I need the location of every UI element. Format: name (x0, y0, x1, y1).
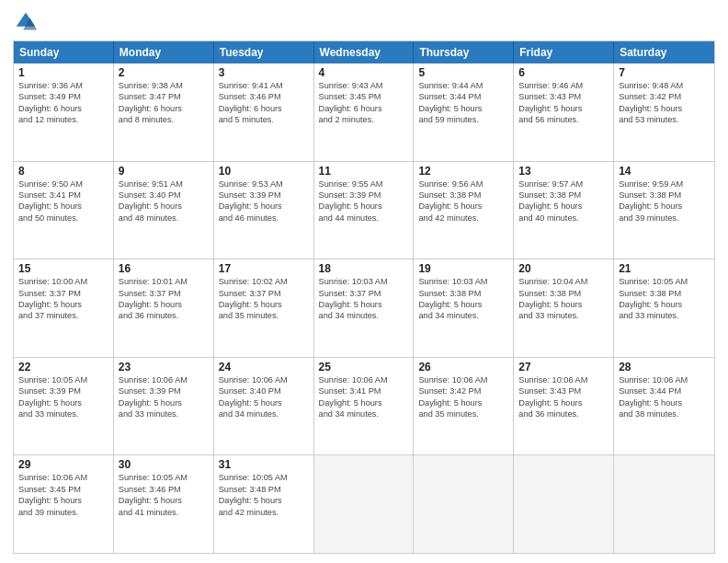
day-number: 26 (418, 361, 508, 373)
cal-header-saturday: Saturday (614, 41, 714, 63)
cal-cell (514, 455, 614, 553)
day-number: 13 (518, 165, 609, 178)
day-number: 29 (18, 458, 108, 471)
day-info: Sunrise: 10:05 AMSunset: 3:39 PMDaylight… (18, 374, 108, 420)
cal-cell: 23Sunrise: 10:06 AMSunset: 3:39 PMDaylig… (114, 358, 214, 455)
day-number: 11 (319, 165, 409, 178)
day-info: Sunrise: 9:38 AMSunset: 3:47 PMDaylight:… (119, 80, 209, 126)
day-number: 24 (219, 361, 309, 373)
cal-week-4: 22Sunrise: 10:05 AMSunset: 3:39 PMDaylig… (14, 357, 714, 455)
day-info: Sunrise: 10:06 AMSunset: 3:42 PMDaylight… (418, 374, 508, 420)
cal-header-friday: Friday (514, 41, 614, 63)
day-number: 19 (418, 262, 508, 275)
cal-cell: 18Sunrise: 10:03 AMSunset: 3:37 PMDaylig… (314, 259, 415, 357)
cal-header-monday: Monday (114, 41, 214, 63)
day-number: 23 (119, 361, 209, 373)
day-info: Sunrise: 9:55 AMSunset: 3:39 PMDaylight:… (319, 178, 409, 224)
cal-cell: 11Sunrise: 9:55 AMSunset: 3:39 PMDayligh… (314, 162, 415, 259)
cal-header-wednesday: Wednesday (314, 41, 415, 63)
day-number: 15 (18, 262, 108, 275)
cal-cell: 24Sunrise: 10:06 AMSunset: 3:40 PMDaylig… (214, 358, 314, 455)
cal-cell: 8Sunrise: 9:50 AMSunset: 3:41 PMDaylight… (14, 162, 114, 259)
day-info: Sunrise: 10:06 AMSunset: 3:39 PMDaylight… (119, 374, 209, 420)
cal-cell (314, 455, 415, 553)
cal-cell: 19Sunrise: 10:03 AMSunset: 3:38 PMDaylig… (414, 259, 514, 357)
cal-cell: 4Sunrise: 9:43 AMSunset: 3:45 PMDaylight… (314, 63, 415, 161)
day-info: Sunrise: 9:44 AMSunset: 3:44 PMDaylight:… (418, 80, 508, 126)
cal-cell: 1Sunrise: 9:36 AMSunset: 3:49 PMDaylight… (14, 63, 114, 161)
day-number: 9 (119, 165, 209, 178)
day-number: 20 (518, 262, 609, 275)
day-info: Sunrise: 9:50 AMSunset: 3:41 PMDaylight:… (18, 178, 108, 224)
day-number: 7 (619, 66, 710, 79)
cal-header-thursday: Thursday (414, 41, 514, 63)
day-info: Sunrise: 10:05 AMSunset: 3:48 PMDaylight… (219, 472, 309, 518)
day-info: Sunrise: 9:48 AMSunset: 3:42 PMDaylight:… (619, 80, 710, 126)
day-number: 28 (619, 361, 710, 373)
cal-cell: 5Sunrise: 9:44 AMSunset: 3:44 PMDaylight… (414, 63, 514, 161)
cal-cell: 31Sunrise: 10:05 AMSunset: 3:48 PMDaylig… (214, 455, 314, 553)
cal-cell: 15Sunrise: 10:00 AMSunset: 3:37 PMDaylig… (14, 259, 114, 357)
calendar-header-row: SundayMondayTuesdayWednesdayThursdayFrid… (14, 41, 714, 63)
cal-cell: 2Sunrise: 9:38 AMSunset: 3:47 PMDaylight… (114, 63, 214, 161)
logo (13, 9, 42, 35)
day-number: 30 (119, 458, 209, 471)
day-number: 8 (18, 165, 108, 178)
cal-cell (614, 455, 714, 553)
cal-cell: 12Sunrise: 9:56 AMSunset: 3:38 PMDayligh… (414, 162, 514, 259)
day-number: 17 (219, 262, 309, 275)
day-number: 22 (18, 361, 108, 373)
day-info: Sunrise: 9:57 AMSunset: 3:38 PMDaylight:… (518, 178, 609, 224)
day-info: Sunrise: 10:01 AMSunset: 3:37 PMDaylight… (119, 276, 209, 322)
cal-cell: 7Sunrise: 9:48 AMSunset: 3:42 PMDaylight… (614, 63, 714, 161)
day-number: 18 (319, 262, 409, 275)
cal-cell: 30Sunrise: 10:05 AMSunset: 3:46 PMDaylig… (114, 455, 214, 553)
day-info: Sunrise: 9:43 AMSunset: 3:45 PMDaylight:… (319, 80, 409, 126)
day-info: Sunrise: 9:36 AMSunset: 3:49 PMDaylight:… (18, 80, 108, 126)
cal-cell: 25Sunrise: 10:06 AMSunset: 3:41 PMDaylig… (314, 358, 415, 455)
cal-cell: 3Sunrise: 9:41 AMSunset: 3:46 PMDaylight… (214, 63, 314, 161)
cal-cell: 10Sunrise: 9:53 AMSunset: 3:39 PMDayligh… (214, 162, 314, 259)
day-number: 3 (219, 66, 309, 79)
day-number: 21 (619, 262, 710, 275)
cal-cell (414, 455, 514, 553)
day-info: Sunrise: 10:06 AMSunset: 3:44 PMDaylight… (619, 374, 710, 420)
cal-cell: 21Sunrise: 10:05 AMSunset: 3:38 PMDaylig… (614, 259, 714, 357)
day-info: Sunrise: 10:03 AMSunset: 3:37 PMDaylight… (319, 276, 409, 322)
header (13, 9, 715, 35)
day-number: 2 (119, 66, 209, 79)
cal-cell: 20Sunrise: 10:04 AMSunset: 3:38 PMDaylig… (514, 259, 614, 357)
cal-cell: 27Sunrise: 10:06 AMSunset: 3:43 PMDaylig… (514, 358, 614, 455)
day-number: 1 (18, 66, 108, 79)
day-number: 10 (219, 165, 309, 178)
day-info: Sunrise: 10:04 AMSunset: 3:38 PMDaylight… (518, 276, 609, 322)
day-info: Sunrise: 10:03 AMSunset: 3:38 PMDaylight… (418, 276, 508, 322)
day-info: Sunrise: 9:46 AMSunset: 3:43 PMDaylight:… (518, 80, 609, 126)
cal-cell: 13Sunrise: 9:57 AMSunset: 3:38 PMDayligh… (514, 162, 614, 259)
cal-cell: 17Sunrise: 10:02 AMSunset: 3:37 PMDaylig… (214, 259, 314, 357)
cal-week-2: 8Sunrise: 9:50 AMSunset: 3:41 PMDaylight… (14, 161, 714, 259)
cal-cell: 14Sunrise: 9:59 AMSunset: 3:38 PMDayligh… (614, 162, 714, 259)
day-info: Sunrise: 9:51 AMSunset: 3:40 PMDaylight:… (119, 178, 209, 224)
day-number: 14 (619, 165, 710, 178)
cal-week-3: 15Sunrise: 10:00 AMSunset: 3:37 PMDaylig… (14, 259, 714, 357)
day-info: Sunrise: 9:56 AMSunset: 3:38 PMDaylight:… (418, 178, 508, 224)
day-info: Sunrise: 9:53 AMSunset: 3:39 PMDaylight:… (219, 178, 309, 224)
cal-cell: 9Sunrise: 9:51 AMSunset: 3:40 PMDaylight… (114, 162, 214, 259)
page: SundayMondayTuesdayWednesdayThursdayFrid… (0, 0, 728, 563)
day-info: Sunrise: 9:41 AMSunset: 3:46 PMDaylight:… (219, 80, 309, 126)
day-info: Sunrise: 10:02 AMSunset: 3:37 PMDaylight… (219, 276, 309, 322)
cal-cell: 29Sunrise: 10:06 AMSunset: 3:45 PMDaylig… (14, 455, 114, 553)
day-number: 16 (119, 262, 209, 275)
day-info: Sunrise: 10:06 AMSunset: 3:40 PMDaylight… (219, 374, 309, 420)
cal-cell: 16Sunrise: 10:01 AMSunset: 3:37 PMDaylig… (114, 259, 214, 357)
day-number: 6 (518, 66, 609, 79)
cal-cell: 6Sunrise: 9:46 AMSunset: 3:43 PMDaylight… (514, 63, 614, 161)
cal-header-tuesday: Tuesday (214, 41, 314, 63)
cal-cell: 26Sunrise: 10:06 AMSunset: 3:42 PMDaylig… (414, 358, 514, 455)
logo-icon (13, 9, 39, 35)
day-number: 4 (319, 66, 409, 79)
day-info: Sunrise: 10:05 AMSunset: 3:46 PMDaylight… (119, 472, 209, 518)
calendar: SundayMondayTuesdayWednesdayThursdayFrid… (13, 40, 715, 554)
cal-header-sunday: Sunday (14, 41, 114, 63)
